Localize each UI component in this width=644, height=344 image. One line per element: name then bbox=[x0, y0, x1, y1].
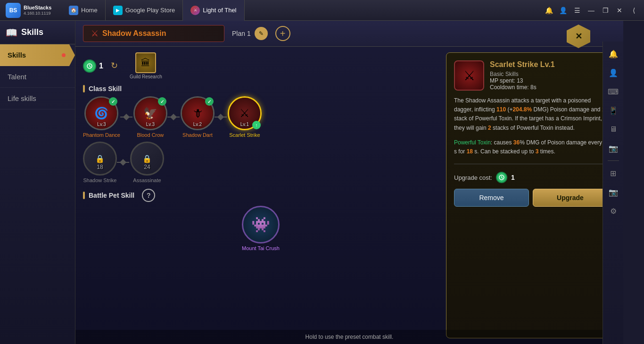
right-notification-btn[interactable]: 🔔 bbox=[605, 45, 622, 62]
sidebar-item-lifeskills[interactable]: Life skills bbox=[0, 88, 75, 109]
remove-button[interactable]: Remove bbox=[454, 189, 529, 207]
skill-phantom-dance[interactable]: 🌀 Lv.3 ✓ Phantom Dance bbox=[83, 96, 120, 138]
close-x-wrapper[interactable]: ✕ bbox=[567, 25, 590, 48]
playstore-tab-icon: ▶ bbox=[113, 6, 123, 15]
upgrade-cost-label: Upgrade cost: bbox=[454, 174, 492, 181]
guild-research-btn[interactable]: 🏛 Guild Research bbox=[130, 52, 162, 79]
right-grid-btn[interactable]: ⊞ bbox=[605, 165, 622, 182]
detail-panel: ⚔ Scarlet Strike Lv.1 Basic Skills MP sp… bbox=[446, 52, 616, 338]
class-skill-label: Class Skill bbox=[89, 85, 122, 92]
account-btn[interactable]: 👤 bbox=[556, 4, 570, 17]
nav-title: Skills bbox=[21, 27, 43, 37]
bluestacks-logo: BS BlueStacks 4.160.10.1119 bbox=[0, 3, 61, 18]
char-name: Shadow Assassin bbox=[102, 29, 166, 38]
sidebar-item-skills[interactable]: Skills bbox=[0, 44, 75, 66]
pet-icon: 👾 bbox=[242, 206, 280, 243]
phantom-dance-name: Phantom Dance bbox=[83, 132, 120, 138]
plan-add-btn[interactable]: + bbox=[275, 26, 290, 41]
bluestacks-title: BlueStacks bbox=[24, 5, 51, 11]
detail-mp: MP spent: 13 bbox=[490, 77, 608, 84]
bottom-bar: Hold to use the preset combat skill. bbox=[75, 330, 623, 344]
shadow-strike-name: Shadow Strike bbox=[83, 177, 117, 183]
talent-label: Talent bbox=[8, 73, 26, 81]
shadow-dart-name: Shadow Dart bbox=[182, 132, 213, 138]
shadow-strike-lock: 🔒 bbox=[95, 154, 105, 163]
guild-research-icon: 🏛 bbox=[135, 52, 156, 73]
assassinate-icon: 🔒 24 bbox=[130, 142, 164, 176]
toxin-pct: 36 bbox=[513, 139, 520, 146]
shadow-dart-check: ✓ bbox=[205, 97, 214, 106]
assassinate-wrapper: 🔒 24 bbox=[130, 142, 164, 176]
battle-pet-section: Battle Pet Skill ? 👾 Mount Tai Crush bbox=[83, 189, 438, 251]
connector-4 bbox=[117, 160, 130, 165]
menu-btn[interactable]: ☰ bbox=[570, 4, 584, 17]
refresh-btn[interactable]: ↻ bbox=[111, 60, 122, 72]
bluestacks-icon: BS bbox=[6, 3, 21, 18]
close-hexagon-btn[interactable]: ✕ bbox=[567, 25, 590, 48]
right-settings-btn[interactable]: ⚙ bbox=[605, 202, 622, 219]
right-camera-btn[interactable]: 📷 bbox=[605, 140, 622, 157]
desc-stack-2: 2 bbox=[488, 125, 491, 131]
toxin-t2: 18 bbox=[467, 148, 473, 155]
shadow-strike-wrapper: 🔒 18 bbox=[83, 142, 117, 176]
detail-description: The Shadow Assassin attacks a target wit… bbox=[454, 96, 608, 133]
minimize-btn[interactable]: — bbox=[585, 4, 598, 17]
assassinate-lock: 🔒 bbox=[142, 154, 152, 163]
detail-subtitle: Basic Skills bbox=[490, 71, 608, 77]
battle-pet-header: Battle Pet Skill ? bbox=[83, 189, 438, 202]
skills-header: ⚔ Shadow Assassin Plan 1 ✎ + ✕ bbox=[75, 21, 623, 47]
home-tab-label: Home bbox=[81, 7, 98, 14]
sidebar-toggle-btn[interactable]: ⟨ bbox=[627, 4, 640, 17]
pet-mount-tai[interactable]: 👾 Mount Tai Crush bbox=[83, 206, 438, 251]
right-keyboard-btn[interactable]: ⌨ bbox=[605, 83, 622, 100]
phantom-dance-check: ✓ bbox=[109, 97, 117, 106]
phantom-dance-level: Lv.3 bbox=[97, 122, 106, 127]
plan-edit-btn[interactable]: ✎ bbox=[255, 27, 268, 40]
desc-text-5: stacks of Powerful Toxin instead. bbox=[491, 125, 575, 131]
class-skill-section: Class Skill 🌀 Lv.3 ✓ bbox=[83, 85, 438, 183]
notification-btn[interactable]: 🔔 bbox=[542, 4, 555, 17]
detail-toxin-desc: Powerful Toxin: causes 36% DMG of Poison… bbox=[454, 138, 608, 156]
playstore-tab-label: Google Play Store bbox=[125, 7, 175, 14]
left-nav: 📖 Skills Skills Talent Life skills bbox=[0, 21, 75, 344]
skill-row-2: 🔒 18 Shadow Strike bbox=[83, 142, 438, 183]
tab-game[interactable]: ⚔ Light of Thel bbox=[183, 0, 244, 21]
blood-crow-wrapper: 🦅 Lv.3 ✓ bbox=[133, 96, 167, 130]
tab-home[interactable]: 🏠 Home bbox=[61, 0, 106, 21]
detail-divider bbox=[454, 164, 608, 164]
right-account-btn[interactable]: 👤 bbox=[605, 64, 622, 81]
shadow-dart-level: Lv.2 bbox=[193, 122, 202, 127]
skills-book-icon: 📖 bbox=[6, 27, 17, 38]
right-screenshot-btn[interactable]: 📷 bbox=[605, 184, 622, 201]
blood-crow-level: Lv.3 bbox=[146, 122, 155, 127]
detail-cooldown: Cooldown time: 8s bbox=[490, 84, 608, 91]
battle-pet-help-btn[interactable]: ? bbox=[142, 189, 155, 202]
tab-playstore[interactable]: ▶ Google Play Store bbox=[106, 0, 183, 21]
detail-skill-icon: ⚔ bbox=[454, 60, 484, 91]
game-tab-label: Light of Thel bbox=[203, 7, 236, 14]
right-phone-btn[interactable]: 📱 bbox=[605, 102, 622, 119]
skills-notification-dot bbox=[62, 53, 66, 57]
skill-blood-crow[interactable]: 🦅 Lv.3 ✓ Blood Crow bbox=[133, 96, 167, 138]
scarlet-strike-level: Lv.1 bbox=[240, 122, 249, 127]
skill-shadow-dart[interactable]: 🗡 Lv.2 ✓ Shadow Dart bbox=[181, 96, 215, 138]
right-screen-btn[interactable]: 🖥 bbox=[605, 121, 622, 138]
shadow-dart-wrapper: 🗡 Lv.2 ✓ bbox=[181, 96, 215, 130]
char-name-bar: ⚔ Shadow Assassin bbox=[83, 25, 224, 42]
skill-row-1: 🌀 Lv.3 ✓ Phantom Dance bbox=[83, 96, 438, 138]
section-bar-pet bbox=[83, 192, 85, 199]
restore-btn[interactable]: ❐ bbox=[599, 4, 612, 17]
content-area: ⚔ Shadow Assassin Plan 1 ✎ + ✕ bbox=[75, 21, 623, 344]
shadow-strike-lock-level: 18 bbox=[97, 164, 103, 170]
title-bar-right: 🔔 👤 ☰ — ❐ ✕ ⟨ bbox=[542, 4, 644, 17]
skill-shadow-strike: 🔒 18 Shadow Strike bbox=[83, 142, 117, 183]
shadow-strike-icon: 🔒 18 bbox=[83, 142, 117, 176]
close-btn[interactable]: ✕ bbox=[613, 4, 626, 17]
toxin-text-1: : causes bbox=[491, 139, 513, 146]
desc-text-3: DMG) Poison damage and bbox=[532, 106, 602, 113]
upgrade-button[interactable]: Upgrade bbox=[533, 189, 608, 207]
lifeskills-label: Life skills bbox=[8, 94, 36, 102]
toxin-text-2: % DMG of Poison damage every bbox=[520, 139, 603, 146]
sidebar-item-talent[interactable]: Talent bbox=[0, 66, 75, 88]
skill-scarlet-strike[interactable]: ⚔ Lv.1 ↑ Scarlet Strike bbox=[228, 96, 262, 138]
